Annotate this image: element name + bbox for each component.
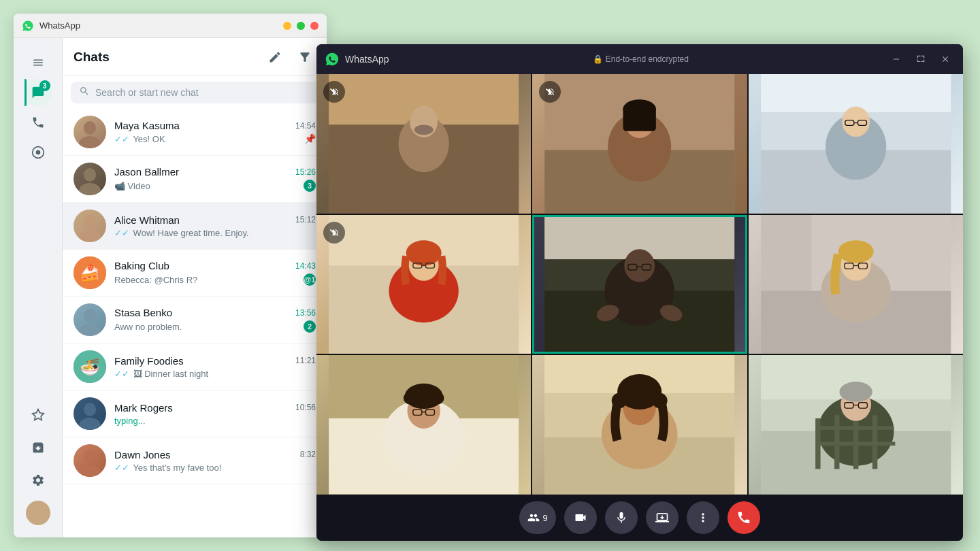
read-ticks-icon: ✓✓ xyxy=(114,463,129,473)
participants-button[interactable]: 9 xyxy=(519,501,555,534)
sidebar-item-chats[interactable]: 3 xyxy=(24,79,52,106)
sidebar-bottom xyxy=(24,401,52,527)
video-cell xyxy=(316,215,531,354)
chats-badge: 3 xyxy=(39,80,50,91)
svg-point-35 xyxy=(842,106,870,137)
chat-name: Dawn Jones xyxy=(114,449,171,461)
video-grid xyxy=(316,74,963,495)
chat-name-row: Baking Club 14:43 xyxy=(114,260,316,271)
svg-text:🍰: 🍰 xyxy=(80,263,100,283)
close-button[interactable] xyxy=(310,22,318,30)
chat-message: ✓✓ Yes! OK xyxy=(114,134,165,144)
main-whatsapp-window: WhatsApp 3 xyxy=(14,14,327,537)
chat-message: ✓✓ Yes that's my fave too! xyxy=(114,463,221,473)
chat-msg-row: 📹 Video 3 xyxy=(114,180,316,192)
svg-point-74 xyxy=(425,388,437,399)
screen-share-button[interactable] xyxy=(646,501,679,534)
e2e-text: End-to-end endcrypted xyxy=(606,54,689,64)
svg-point-16 xyxy=(79,418,101,430)
new-chat-button[interactable] xyxy=(264,46,286,68)
video-cell xyxy=(316,355,531,495)
list-item[interactable]: Dawn Jones 8:32 ✓✓ Yes that's my fave to… xyxy=(63,437,327,484)
list-item[interactable]: Jason Ballmer 15:26 📹 Video 3 xyxy=(63,156,327,203)
lock-icon: 🔒 xyxy=(593,54,603,64)
list-item[interactable]: Alice Whitman 15:12 ✓✓ Wow! Have great t… xyxy=(63,203,327,250)
avatar xyxy=(74,116,106,148)
avatar xyxy=(74,444,106,477)
sidebar-item-archived[interactable] xyxy=(24,434,52,461)
chat-time: 14:43 xyxy=(295,261,316,271)
chat-name-row: Stasa Benko 13:56 xyxy=(114,307,316,318)
filter-button[interactable] xyxy=(294,46,316,68)
svg-point-3 xyxy=(84,121,96,135)
sidebar-item-starred[interactable] xyxy=(24,401,52,429)
active-indicator xyxy=(24,79,27,106)
chat-time: 14:54 xyxy=(295,121,316,131)
minimize-button[interactable] xyxy=(283,22,291,30)
svg-point-6 xyxy=(79,183,101,195)
end-call-button[interactable] xyxy=(728,501,760,534)
read-ticks-icon: ✓✓ xyxy=(114,369,129,379)
whatsapp-logo-icon xyxy=(22,20,34,32)
video-toggle-button[interactable] xyxy=(564,501,597,534)
svg-point-12 xyxy=(79,324,101,336)
chat-time: 15:26 xyxy=(295,167,316,177)
list-item[interactable]: 🍰 Baking Club 14:43 Rebecca: @Chris R? @… xyxy=(63,250,327,297)
chat-name: Alice Whitman xyxy=(114,214,180,226)
chat-info: Maya Kasuma 14:54 ✓✓ Yes! OK 📌 xyxy=(114,120,316,144)
call-minimize-button[interactable] xyxy=(887,50,906,69)
chat-name: Maya Kasuma xyxy=(114,120,180,131)
sidebar-user-avatar[interactable] xyxy=(24,499,52,527)
call-maximize-button[interactable] xyxy=(911,50,930,69)
video-cell xyxy=(532,74,747,214)
svg-point-7 xyxy=(84,215,96,229)
chat-panel: Chats xyxy=(63,38,327,537)
svg-point-11 xyxy=(84,309,96,322)
sidebar: 3 xyxy=(14,38,63,537)
list-item[interactable]: Maya Kasuma 14:54 ✓✓ Yes! OK 📌 xyxy=(63,109,327,156)
svg-point-4 xyxy=(79,136,101,148)
video-cell xyxy=(316,74,531,214)
call-title-bar: WhatsApp 🔒 End-to-end endcrypted xyxy=(316,44,963,74)
list-item[interactable]: 🍜 Family Foodies 11:21 ✓✓ 🖼 Dinner last … xyxy=(63,344,327,390)
chat-name: Family Foodies xyxy=(114,355,184,367)
maximize-button[interactable] xyxy=(297,22,305,30)
sidebar-item-calls[interactable] xyxy=(24,109,52,136)
chat-msg-row: Aww no problem. 2 xyxy=(114,320,316,333)
chat-message: Aww no problem. xyxy=(114,322,182,332)
sidebar-item-menu[interactable] xyxy=(24,49,52,76)
chat-header-icons xyxy=(264,46,316,68)
chat-name: Stasa Benko xyxy=(114,307,172,318)
search-input[interactable] xyxy=(95,87,310,98)
sidebar-item-settings[interactable] xyxy=(24,467,52,494)
list-item[interactable]: Stasa Benko 13:56 Aww no problem. 2 xyxy=(63,297,327,344)
avatar xyxy=(74,397,106,430)
main-window-controls xyxy=(283,22,318,30)
mute-icon xyxy=(323,81,345,103)
search-icon xyxy=(79,86,90,99)
call-window: WhatsApp 🔒 End-to-end endcrypted xyxy=(316,44,963,541)
svg-point-8 xyxy=(79,230,101,242)
chat-list: Maya Kasuma 14:54 ✓✓ Yes! OK 📌 Jason B xyxy=(63,109,327,484)
svg-point-100 xyxy=(839,382,872,402)
avatar xyxy=(74,210,106,242)
microphone-button[interactable] xyxy=(605,501,638,534)
svg-marker-2 xyxy=(32,410,44,420)
chat-name-row: Maya Kasuma 14:54 xyxy=(114,120,316,131)
sidebar-item-status[interactable] xyxy=(24,139,52,166)
more-options-button[interactable] xyxy=(687,501,719,534)
call-controls-bar: 9 xyxy=(316,495,963,541)
call-close-button[interactable] xyxy=(936,50,955,69)
mention-badge: @1 xyxy=(304,273,316,286)
chat-name: Baking Club xyxy=(114,260,169,271)
mute-icon xyxy=(323,222,345,244)
chat-message: 📹 Video xyxy=(114,181,150,191)
list-item[interactable]: Mark Rogers 10:56 typing... xyxy=(63,390,327,437)
chat-msg-row: Rebecca: @Chris R? @1 xyxy=(114,273,316,286)
svg-point-51 xyxy=(625,249,655,282)
avatar xyxy=(74,303,106,336)
video-cell xyxy=(749,355,963,495)
chat-name-row: Family Foodies 11:21 xyxy=(114,355,316,367)
chat-info: Alice Whitman 15:12 ✓✓ Wow! Have great t… xyxy=(114,214,316,238)
chat-msg-row: ✓✓ Wow! Have great time. Enjoy. xyxy=(114,228,316,238)
